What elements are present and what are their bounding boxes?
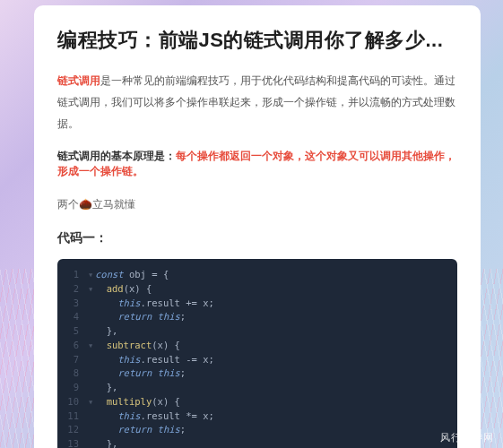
note-prefix: 两个: [57, 198, 79, 211]
line-number: 7: [57, 353, 88, 367]
fold-icon: [88, 437, 95, 448]
line-number: 4: [57, 310, 88, 324]
line-number: 9: [57, 381, 88, 395]
principle-label: 链式调用的基本原理是：: [57, 150, 176, 162]
code-content: subtract(x) {: [95, 339, 180, 353]
line-number: 12: [57, 423, 88, 437]
note-suffix: 立马就懂: [92, 198, 135, 211]
note-line: 两个🌰立马就懂: [57, 197, 457, 212]
line-number: 2: [57, 282, 88, 297]
line-number: 1: [57, 268, 88, 282]
fold-icon[interactable]: ▾: [88, 282, 95, 297]
fold-icon: [88, 409, 95, 424]
code-content: },: [95, 381, 117, 395]
intro-paragraph: 链式调用是一种常见的前端编程技巧，用于优化代码结构和提高代码的可读性。通过链式调…: [57, 70, 457, 134]
code-line: 9 },: [57, 381, 457, 395]
line-number: 11: [57, 409, 88, 424]
code-content: multiply(x) {: [95, 395, 180, 409]
code-line: 5 },: [57, 324, 457, 339]
intro-highlight: 链式调用: [57, 74, 100, 87]
code-content: const obj = {: [95, 268, 169, 282]
code-line: 7 this.result -= x;: [57, 353, 457, 367]
code-subheading: 代码一：: [57, 230, 457, 246]
fold-icon: [88, 423, 95, 437]
code-content: this.result -= x;: [95, 353, 214, 367]
line-number: 6: [57, 339, 88, 353]
code-line: 8 return this;: [57, 366, 457, 381]
line-number: 10: [57, 395, 88, 409]
code-line: 12 return this;: [57, 423, 457, 437]
fold-icon[interactable]: ▾: [88, 395, 95, 409]
fold-icon: [88, 381, 95, 395]
fold-icon: [88, 353, 95, 367]
code-line: 4 return this;: [57, 310, 457, 324]
code-content: return this;: [95, 310, 186, 324]
article-title: 编程技巧：前端JS的链式调用你了解多少...: [57, 27, 457, 54]
line-number: 8: [57, 366, 88, 381]
code-content: add(x) {: [95, 282, 152, 297]
code-line: 1▾const obj = {: [57, 268, 457, 282]
line-number: 13: [57, 437, 88, 448]
code-line: 2▾ add(x) {: [57, 282, 457, 297]
code-content: },: [95, 437, 117, 448]
code-content: return this;: [95, 366, 186, 381]
chestnut-icon: 🌰: [79, 198, 92, 211]
fold-icon: [88, 310, 95, 324]
intro-text: 是一种常见的前端编程技巧，用于优化代码结构和提高代码的可读性。通过链式调用，我们…: [57, 74, 455, 130]
code-line: 3 this.result += x;: [57, 297, 457, 311]
code-line: 11 this.result *= x;: [57, 409, 457, 424]
line-number: 5: [57, 324, 88, 339]
line-number: 3: [57, 297, 88, 311]
principle-line: 链式调用的基本原理是：每个操作都返回一个对象，这个对象又可以调用其他操作，形成一…: [57, 149, 457, 179]
code-block: 1▾const obj = {2▾ add(x) {3 this.result …: [57, 259, 457, 448]
fold-icon[interactable]: ▾: [88, 268, 95, 282]
code-line: 13 },: [57, 437, 457, 448]
fold-icon: [88, 366, 95, 381]
code-content: return this;: [95, 423, 186, 437]
fold-icon: [88, 297, 95, 311]
code-content: this.result *= x;: [95, 409, 214, 424]
code-line: 10▾ multiply(x) {: [57, 395, 457, 409]
fold-icon[interactable]: ▾: [88, 339, 95, 353]
code-content: },: [95, 324, 117, 339]
fold-icon: [88, 324, 95, 339]
code-line: 6▾ subtract(x) {: [57, 339, 457, 353]
watermark-text: 风行手游网: [440, 431, 494, 444]
code-content: this.result += x;: [95, 297, 214, 311]
article-card: 编程技巧：前端JS的链式调用你了解多少... 链式调用是一种常见的前端编程技巧，…: [34, 5, 481, 448]
